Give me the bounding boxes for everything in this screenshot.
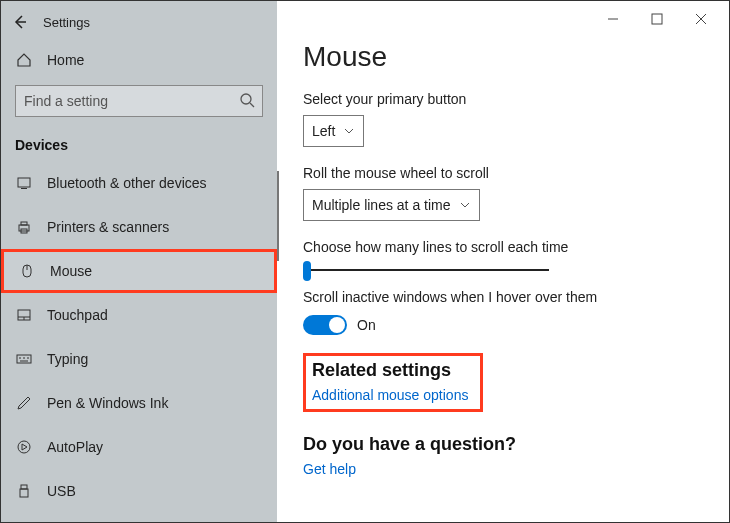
search-input[interactable] (15, 85, 263, 117)
sidebar-item-touchpad[interactable]: Touchpad (1, 293, 277, 337)
chevron-down-icon (459, 199, 471, 211)
search-icon (239, 92, 255, 108)
sidebar-item-pen[interactable]: Pen & Windows Ink (1, 381, 277, 425)
back-button[interactable] (11, 13, 29, 31)
sidebar-item-bluetooth[interactable]: Bluetooth & other devices (1, 161, 277, 205)
scroll-wheel-dropdown[interactable]: Multiple lines at a time (303, 189, 480, 221)
sidebar: Settings Home Devices Bluetooth & other … (1, 1, 277, 522)
svg-point-1 (241, 94, 251, 104)
keyboard-icon (15, 350, 33, 368)
sidebar-item-typing[interactable]: Typing (1, 337, 277, 381)
minimize-button[interactable] (591, 5, 635, 33)
related-heading: Related settings (312, 360, 468, 381)
sidebar-item-usb[interactable]: USB (1, 469, 277, 513)
scroll-wheel-label: Roll the mouse wheel to scroll (303, 165, 729, 181)
related-settings-block: Related settings Additional mouse option… (303, 353, 483, 412)
titlebar-left: Settings (1, 7, 277, 37)
app-title: Settings (43, 15, 90, 30)
svg-rect-20 (20, 489, 28, 497)
devices-icon (15, 174, 33, 192)
svg-rect-6 (21, 222, 27, 225)
sidebar-item-label: Bluetooth & other devices (47, 175, 207, 191)
sidebar-item-label: Pen & Windows Ink (47, 395, 168, 411)
sidebar-item-label: USB (47, 483, 76, 499)
pen-icon (15, 394, 33, 412)
sidebar-item-label: Printers & scanners (47, 219, 169, 235)
svg-rect-3 (18, 178, 30, 187)
sidebar-item-printers[interactable]: Printers & scanners (1, 205, 277, 249)
search-box (15, 85, 263, 117)
primary-button-dropdown[interactable]: Left (303, 115, 364, 147)
touchpad-icon (15, 306, 33, 324)
svg-rect-19 (21, 485, 27, 489)
lines-slider[interactable] (303, 269, 549, 271)
get-help-link[interactable]: Get help (303, 461, 729, 477)
home-icon (15, 51, 33, 69)
additional-mouse-options-link[interactable]: Additional mouse options (312, 387, 468, 403)
primary-button-value: Left (312, 123, 335, 139)
toggle-knob (329, 317, 345, 333)
svg-point-18 (18, 441, 30, 453)
mouse-icon (18, 262, 36, 280)
inactive-label: Scroll inactive windows when I hover ove… (303, 289, 729, 305)
svg-rect-22 (652, 14, 662, 24)
maximize-button[interactable] (635, 5, 679, 33)
svg-rect-4 (21, 188, 27, 189)
sidebar-item-label: AutoPlay (47, 439, 103, 455)
sidebar-item-label: Typing (47, 351, 88, 367)
close-button[interactable] (679, 5, 723, 33)
svg-line-2 (250, 103, 254, 107)
toggle-state: On (357, 317, 376, 333)
sidebar-item-label: Touchpad (47, 307, 108, 323)
scrollbar-indicator[interactable] (277, 171, 279, 261)
home-label: Home (47, 52, 84, 68)
sidebar-item-mouse[interactable]: Mouse (1, 249, 277, 293)
question-heading: Do you have a question? (303, 434, 729, 455)
scroll-wheel-value: Multiple lines at a time (312, 197, 451, 213)
usb-icon (15, 482, 33, 500)
chevron-down-icon (343, 125, 355, 137)
window-controls (591, 5, 723, 33)
primary-button-label: Select your primary button (303, 91, 729, 107)
sidebar-item-label: Mouse (50, 263, 92, 279)
autoplay-icon (15, 438, 33, 456)
inactive-toggle[interactable] (303, 315, 347, 335)
slider-thumb[interactable] (303, 261, 311, 281)
home-nav[interactable]: Home (1, 37, 277, 83)
main-content: Mouse Select your primary button Left Ro… (277, 1, 729, 522)
category-heading: Devices (1, 127, 277, 161)
sidebar-item-autoplay[interactable]: AutoPlay (1, 425, 277, 469)
lines-label: Choose how many lines to scroll each tim… (303, 239, 729, 255)
svg-rect-13 (17, 355, 31, 363)
printer-icon (15, 218, 33, 236)
